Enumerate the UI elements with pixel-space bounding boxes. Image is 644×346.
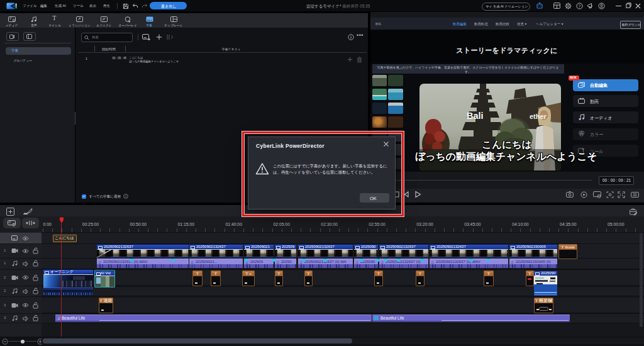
svg-text:Bali: Bali: [467, 111, 484, 121]
svg-text:ether: ether: [530, 113, 547, 120]
svg-text:?: ?: [579, 4, 581, 8]
